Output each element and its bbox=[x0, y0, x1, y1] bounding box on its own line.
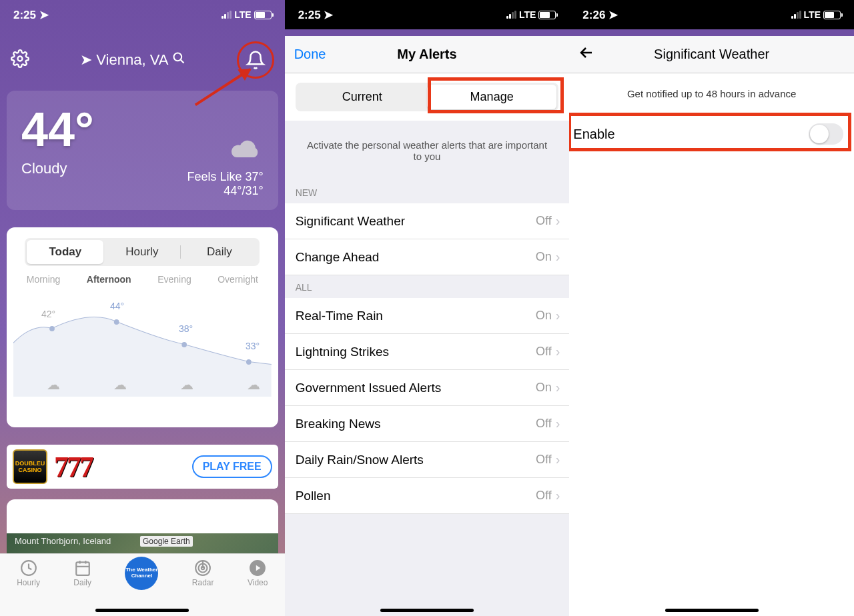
tab-hourly[interactable]: Hourly bbox=[103, 240, 180, 264]
signal-icon bbox=[506, 11, 516, 19]
enable-label: Enable bbox=[573, 127, 614, 142]
row-change-ahead[interactable]: Change AheadOn› bbox=[285, 239, 570, 275]
back-button[interactable] bbox=[578, 44, 594, 65]
tab-today[interactable]: Today bbox=[27, 240, 103, 264]
cloud-icon: ☁ bbox=[113, 377, 127, 393]
svg-point-1 bbox=[174, 53, 182, 61]
chevron-right-icon: › bbox=[556, 380, 560, 395]
video-heading: Video bbox=[7, 499, 278, 533]
chevron-right-icon: › bbox=[556, 416, 560, 431]
chevron-right-icon: › bbox=[556, 213, 560, 229]
high-low: 44°/31° bbox=[187, 184, 263, 198]
row-real-time-rain[interactable]: Real-Time RainOn› bbox=[285, 298, 570, 334]
svg-point-3 bbox=[49, 326, 55, 331]
forecast-card: Today Hourly Daily Morning Afternoon Eve… bbox=[7, 227, 278, 427]
signal-icon bbox=[791, 11, 801, 19]
settings-icon[interactable] bbox=[11, 49, 29, 71]
section-new: NEW bbox=[285, 181, 570, 203]
search-icon bbox=[172, 51, 185, 69]
alert-segment-wrap: Current Manage bbox=[285, 73, 570, 121]
cloud-icon bbox=[187, 137, 263, 165]
my-alerts-screen: 2:25 ➤ LTE Done My Alerts Current Manage… bbox=[285, 0, 570, 616]
segment-current[interactable]: Current bbox=[298, 85, 427, 109]
condition-label: Cloudy bbox=[21, 160, 94, 177]
row-lightning[interactable]: Lightning StrikesOff› bbox=[285, 334, 570, 370]
battery-icon bbox=[538, 11, 556, 19]
cloud-night-icon: ☁ bbox=[180, 377, 193, 393]
twc-logo-icon: The Weather Channel bbox=[125, 557, 158, 590]
done-button[interactable]: Done bbox=[294, 47, 326, 62]
tab-home[interactable]: The Weather Channel bbox=[125, 557, 158, 590]
clock-icon bbox=[20, 559, 37, 577]
temp-morning: 42° bbox=[41, 309, 55, 319]
temperature: 44° bbox=[21, 105, 94, 153]
location-arrow-icon: ➤ bbox=[80, 51, 92, 69]
chevron-right-icon: › bbox=[556, 452, 560, 467]
home-indicator[interactable] bbox=[380, 609, 474, 612]
enable-toggle[interactable] bbox=[809, 123, 843, 145]
status-bar: 2:25 ➤ LTE bbox=[285, 0, 570, 29]
chevron-right-icon: › bbox=[556, 488, 560, 503]
temp-afternoon: 44° bbox=[110, 301, 124, 311]
alerts-description: Activate the personal weather alerts tha… bbox=[285, 121, 570, 181]
chevron-right-icon: › bbox=[556, 308, 560, 323]
alerts-bell-button[interactable] bbox=[237, 41, 274, 79]
dayparts: Morning Afternoon Evening Overnight bbox=[13, 274, 272, 285]
row-breaking-news[interactable]: Breaking NewsOff› bbox=[285, 406, 570, 442]
weather-home-screen: 2:25 ➤ LTE ➤ Vienna, VA bbox=[0, 0, 285, 616]
network-label: LTE bbox=[234, 9, 251, 20]
ad-cta-button[interactable]: PLAY FREE bbox=[192, 455, 272, 478]
cloud-night-icon: ☁ bbox=[247, 377, 260, 393]
location-services-icon: ➤ bbox=[608, 8, 618, 22]
signal-icon bbox=[222, 11, 232, 19]
page-title: Significant Weather bbox=[654, 47, 769, 62]
significant-weather-screen: 2:26 ➤ LTE Significant Weather Get notif… bbox=[569, 0, 854, 616]
status-bar: 2:26 ➤ LTE bbox=[569, 0, 854, 29]
part-morning[interactable]: Morning bbox=[27, 274, 61, 285]
play-icon bbox=[249, 559, 266, 577]
tab-hourly[interactable]: Hourly bbox=[17, 559, 40, 587]
battery-icon bbox=[823, 11, 841, 19]
background-peek bbox=[285, 29, 570, 36]
calendar-icon bbox=[74, 559, 91, 577]
tab-video[interactable]: Video bbox=[248, 559, 268, 587]
advance-notice-label: Get notified up to 48 hours in advance bbox=[569, 73, 854, 114]
cloud-icon: ☁ bbox=[47, 377, 60, 393]
enable-row: Enable bbox=[569, 114, 854, 154]
row-daily-rain-snow[interactable]: Daily Rain/Snow AlertsOff› bbox=[285, 442, 570, 478]
tab-daily[interactable]: Daily bbox=[73, 559, 91, 587]
temp-overnight: 33° bbox=[246, 341, 260, 351]
arrow-left-icon bbox=[578, 45, 594, 61]
nav-bar: Done My Alerts bbox=[285, 36, 570, 73]
ad-banner[interactable]: DOUBLEU CASINO 777 PLAY FREE bbox=[7, 445, 278, 489]
svg-rect-8 bbox=[76, 562, 89, 575]
temp-evening: 38° bbox=[179, 323, 193, 334]
part-overnight[interactable]: Overnight bbox=[218, 274, 258, 285]
radar-icon bbox=[194, 559, 211, 577]
row-government-alerts[interactable]: Government Issued AlertsOn› bbox=[285, 370, 570, 406]
tab-bar: Hourly Daily The Weather Channel Radar V… bbox=[0, 553, 285, 616]
tab-daily[interactable]: Daily bbox=[181, 240, 258, 264]
row-pollen[interactable]: PollenOff› bbox=[285, 478, 570, 514]
segment-manage[interactable]: Manage bbox=[427, 85, 556, 109]
svg-line-2 bbox=[181, 60, 184, 63]
part-afternoon[interactable]: Afternoon bbox=[87, 274, 131, 285]
background-peek bbox=[569, 29, 854, 36]
status-bar: 2:25 ➤ LTE bbox=[0, 0, 285, 29]
location-services-icon: ➤ bbox=[324, 8, 333, 22]
location-services-icon: ➤ bbox=[39, 8, 49, 22]
chevron-right-icon: › bbox=[556, 344, 560, 359]
home-indicator[interactable] bbox=[665, 609, 759, 612]
tab-radar[interactable]: Radar bbox=[192, 559, 214, 587]
ad-logo: DOUBLEU CASINO bbox=[13, 449, 47, 484]
temp-chart: 42° 44° 38° 33° ☁ ☁ ☁ ☁ bbox=[13, 290, 272, 397]
row-significant-weather[interactable]: Significant WeatherOff› bbox=[285, 203, 570, 239]
svg-point-5 bbox=[181, 342, 187, 347]
chevron-right-icon: › bbox=[556, 249, 560, 265]
home-indicator[interactable] bbox=[95, 609, 189, 612]
current-conditions-card[interactable]: 44° Cloudy Feels Like 37° 44°/31° bbox=[7, 91, 278, 210]
forecast-segment: Today Hourly Daily bbox=[25, 238, 260, 266]
location-button[interactable]: ➤ Vienna, VA bbox=[80, 51, 185, 69]
part-evening[interactable]: Evening bbox=[157, 274, 191, 285]
svg-point-4 bbox=[114, 319, 119, 325]
